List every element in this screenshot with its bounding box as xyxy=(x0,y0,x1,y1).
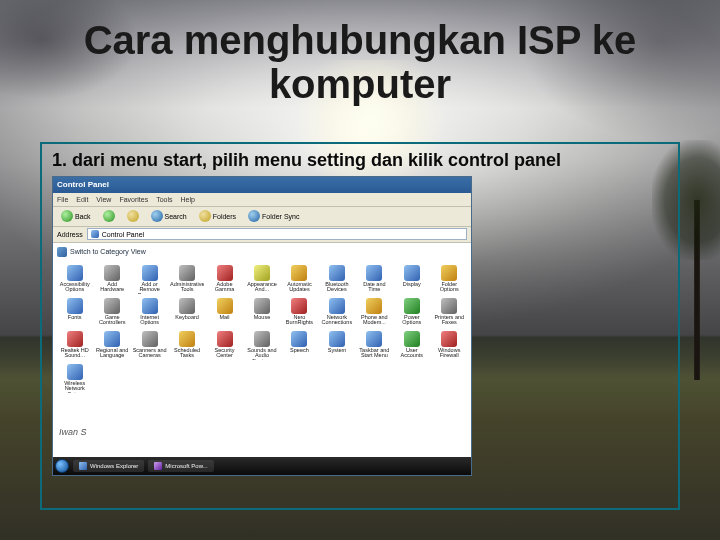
control-panel-item[interactable]: Realtek HD Sound... xyxy=(57,331,92,360)
cp-item-icon xyxy=(104,298,120,314)
control-panel-item[interactable]: Taskbar and Start Menu xyxy=(357,331,392,360)
control-panel-item[interactable]: Phone and Modem... xyxy=(357,298,392,327)
taskbar-item-explorer[interactable]: Windows Explorer xyxy=(73,460,144,472)
cp-item-label: Game Controllers xyxy=(95,315,129,327)
menu-help[interactable]: Help xyxy=(181,196,195,203)
control-panel-item[interactable]: Power Options xyxy=(394,298,429,327)
cp-item-icon xyxy=(179,298,195,314)
window-toolbar: Back Search Folders Folder Sync xyxy=(53,207,471,227)
cp-item-icon xyxy=(67,298,83,314)
cp-item-icon xyxy=(329,331,345,347)
menu-edit[interactable]: Edit xyxy=(76,196,88,203)
cp-item-icon xyxy=(366,265,382,281)
control-panel-item[interactable]: Mouse xyxy=(244,298,279,327)
cp-item-icon xyxy=(441,331,457,347)
cp-item-label: Keyboard xyxy=(175,315,199,327)
control-panel-item[interactable]: Automatic Updates xyxy=(282,265,317,294)
control-panel-item[interactable]: Keyboard xyxy=(169,298,204,327)
start-button[interactable] xyxy=(55,459,69,473)
control-panel-item[interactable]: Game Controllers xyxy=(94,298,129,327)
control-panel-item[interactable]: Date and Time xyxy=(357,265,392,294)
control-panel-item[interactable]: Speech xyxy=(282,331,317,360)
menu-view[interactable]: View xyxy=(96,196,111,203)
control-panel-grid: Accessibility OptionsAdd HardwareAdd or … xyxy=(57,265,467,393)
cp-item-label: Sounds and Audio Devices xyxy=(245,348,279,360)
control-panel-item[interactable]: Sounds and Audio Devices xyxy=(244,331,279,360)
control-panel-item[interactable]: Wireless Network Setup xyxy=(57,364,92,393)
slide-title: Cara menghubungkan ISP ke komputer xyxy=(0,18,720,106)
folder-sync-button[interactable]: Folder Sync xyxy=(244,208,303,224)
back-icon xyxy=(61,210,73,222)
cp-item-label: Mouse xyxy=(254,315,271,327)
cp-item-icon xyxy=(441,298,457,314)
control-panel-item[interactable]: Add Hardware xyxy=(94,265,129,294)
control-panel-item[interactable]: Add or Remove Programs xyxy=(132,265,167,294)
control-panel-item[interactable]: Nero BurnRights xyxy=(282,298,317,327)
cp-item-icon xyxy=(179,331,195,347)
menu-favorites[interactable]: Favorites xyxy=(119,196,148,203)
control-panel-item[interactable]: Security Center xyxy=(207,331,242,360)
cp-item-label: Security Center xyxy=(208,348,242,360)
control-panel-item[interactable]: Appearance And... xyxy=(244,265,279,294)
control-panel-item[interactable]: Administrative Tools xyxy=(169,265,204,294)
explorer-icon xyxy=(79,462,87,470)
cp-item-label: Automatic Updates xyxy=(282,282,316,294)
control-panel-item[interactable]: Network Connections xyxy=(319,298,354,327)
control-panel-item[interactable]: Scanners and Cameras xyxy=(132,331,167,360)
cp-item-label: Speech xyxy=(290,348,309,360)
control-panel-item[interactable]: Accessibility Options xyxy=(57,265,92,294)
folders-icon xyxy=(199,210,211,222)
control-panel-item[interactable]: Bluetooth Devices xyxy=(319,265,354,294)
control-panel-item[interactable]: Folder Options xyxy=(432,265,467,294)
folders-button[interactable]: Folders xyxy=(195,208,240,224)
cp-item-label: Appearance And... xyxy=(245,282,279,294)
control-panel-item[interactable]: Windows Firewall xyxy=(432,331,467,360)
address-field[interactable]: Control Panel xyxy=(87,228,467,240)
control-panel-item[interactable]: Fonts xyxy=(57,298,92,327)
cp-item-label: Phone and Modem... xyxy=(357,315,391,327)
cp-item-label: Mail xyxy=(219,315,229,327)
cp-item-icon xyxy=(329,265,345,281)
control-panel-item[interactable]: Adobe Gamma xyxy=(207,265,242,294)
back-button[interactable]: Back xyxy=(57,208,95,224)
cp-item-icon xyxy=(104,265,120,281)
cp-item-label: Add Hardware xyxy=(95,282,129,294)
control-panel-item[interactable]: Regional and Language xyxy=(94,331,129,360)
cp-item-label: Display xyxy=(403,282,421,294)
cp-item-label: Network Connections xyxy=(320,315,354,327)
control-panel-item[interactable]: Internet Options xyxy=(132,298,167,327)
control-panel-item[interactable]: Mail xyxy=(207,298,242,327)
search-button[interactable]: Search xyxy=(147,208,191,224)
menu-file[interactable]: File xyxy=(57,196,68,203)
control-panel-item[interactable]: System xyxy=(319,331,354,360)
up-button[interactable] xyxy=(123,208,143,224)
watermark-text: Iwan S xyxy=(59,427,87,437)
control-panel-item[interactable]: Printers and Faxes xyxy=(432,298,467,327)
cp-item-label: Bluetooth Devices xyxy=(320,282,354,294)
cp-item-icon xyxy=(366,331,382,347)
cp-item-label: Add or Remove Programs xyxy=(133,282,167,294)
cp-item-icon xyxy=(441,265,457,281)
window-titlebar: Control Panel xyxy=(53,177,471,193)
cp-item-icon xyxy=(366,298,382,314)
cp-item-label: Fonts xyxy=(68,315,82,327)
cp-item-icon xyxy=(291,298,307,314)
category-view-icon xyxy=(57,247,67,257)
menu-tools[interactable]: Tools xyxy=(156,196,172,203)
address-label: Address xyxy=(57,231,83,238)
taskbar-item-2[interactable]: Microsoft Pow... xyxy=(148,460,213,472)
control-panel-item[interactable]: Scheduled Tasks xyxy=(169,331,204,360)
control-panel-item[interactable]: User Accounts xyxy=(394,331,429,360)
forward-button[interactable] xyxy=(99,208,119,224)
cp-item-label: Date and Time xyxy=(357,282,391,294)
cp-item-icon xyxy=(67,265,83,281)
control-panel-icon xyxy=(91,230,99,238)
cp-item-icon xyxy=(404,298,420,314)
control-panel-item[interactable]: Display xyxy=(394,265,429,294)
cp-item-label: System xyxy=(328,348,346,360)
switch-category-link[interactable]: Switch to Category View xyxy=(57,247,146,257)
cp-item-label: Nero BurnRights xyxy=(282,315,316,327)
cp-item-icon xyxy=(404,265,420,281)
cp-item-label: Internet Options xyxy=(133,315,167,327)
cp-item-icon xyxy=(254,298,270,314)
